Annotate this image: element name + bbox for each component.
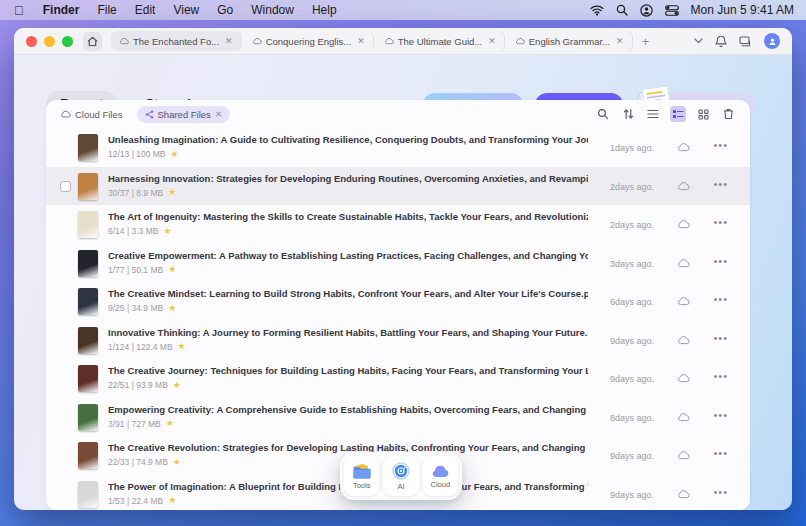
close-tab-icon[interactable]: ✕ [357, 36, 365, 46]
star-icon[interactable]: ★ [168, 304, 176, 313]
more-options-button[interactable]: ••• [713, 255, 728, 267]
menu-bar:  FinderFileEditViewGoWindowHelp Mon Jun… [0, 0, 806, 20]
more-options-button[interactable]: ••• [713, 370, 728, 382]
dock-item-ai[interactable]: AI [383, 456, 418, 496]
star-icon[interactable]: ★ [168, 265, 176, 274]
menu-item-edit[interactable]: Edit [126, 3, 165, 17]
trash-icon[interactable] [720, 106, 736, 122]
document-tab-label: Conquering Englis... [266, 36, 352, 47]
wifi-icon[interactable] [590, 5, 604, 16]
cloud-status-icon[interactable] [677, 489, 690, 499]
document-tab[interactable]: The Ultimate Guid... ✕ [376, 31, 505, 51]
close-tab-icon[interactable]: ✕ [488, 36, 496, 46]
chevron-down-icon[interactable] [694, 38, 703, 44]
window-controls [26, 36, 73, 47]
row-checkbox[interactable] [60, 181, 71, 192]
bell-icon[interactable] [715, 35, 727, 48]
device-icon[interactable] [739, 36, 752, 47]
file-thumbnail [78, 134, 98, 161]
dock-item-cloud[interactable]: Cloud [423, 456, 458, 496]
document-tab[interactable]: English Grammar... ✕ [507, 31, 633, 51]
user-avatar[interactable] [764, 33, 780, 49]
more-options-button[interactable]: ••• [713, 332, 728, 344]
more-options-button[interactable]: ••• [713, 139, 728, 151]
close-tab-icon[interactable]: ✕ [616, 36, 624, 46]
file-meta: 6/14 | 3.3 MB [108, 226, 158, 236]
remove-filter-icon[interactable]: ✕ [215, 109, 222, 119]
file-title: The Creative Revolution: Strategies for … [108, 442, 588, 453]
file-row[interactable]: Innovative Thinking: A Journey to Formin… [46, 321, 750, 360]
menu-item-help[interactable]: Help [303, 3, 346, 17]
zoom-window-button[interactable] [62, 36, 73, 47]
file-title: Empowering Creativity: A Comprehensive G… [108, 404, 588, 415]
file-title: The Creative Journey: Techniques for Bui… [108, 365, 588, 376]
cloud-status-icon[interactable] [677, 219, 690, 229]
menu-bar-clock[interactable]: Mon Jun 5 9:41 AM [691, 3, 794, 17]
breadcrumb-label: Cloud Files [75, 109, 123, 120]
share-icon [145, 110, 154, 119]
file-date: 1days ago. [564, 143, 654, 153]
cloud-status-icon[interactable] [677, 373, 690, 383]
sort-icon[interactable] [620, 106, 636, 122]
cloud-status-icon[interactable] [677, 142, 690, 152]
file-date: 6days ago. [564, 297, 654, 307]
menu-item-file[interactable]: File [88, 3, 125, 17]
more-options-button[interactable]: ••• [713, 447, 728, 459]
filter-chip-shared-files[interactable]: Shared Files ✕ [137, 106, 230, 123]
document-tab[interactable]: Conquering Englis... ✕ [244, 31, 374, 51]
star-icon[interactable]: ★ [178, 342, 186, 351]
star-icon[interactable]: ★ [173, 381, 181, 390]
cloud-status-icon[interactable] [677, 258, 690, 268]
cloud-status-icon[interactable] [677, 296, 690, 306]
more-options-button[interactable]: ••• [713, 486, 728, 498]
cloud-status-icon[interactable] [677, 450, 690, 460]
more-options-button[interactable]: ••• [713, 178, 728, 190]
file-row[interactable]: Harnessing Innovation: Strategies for De… [46, 167, 750, 206]
file-row[interactable]: Unleashing Imagination: A Guide to Culti… [46, 128, 750, 167]
grid-view-icon[interactable] [695, 106, 711, 122]
star-icon[interactable]: ★ [173, 458, 181, 467]
cloud-status-icon[interactable] [677, 335, 690, 345]
file-row[interactable]: Empowering Creativity: A Comprehensive G… [46, 398, 750, 437]
search-icon[interactable] [595, 106, 611, 122]
file-row[interactable]: Creative Empowerment: A Pathway to Estab… [46, 244, 750, 283]
star-icon[interactable]: ★ [163, 227, 171, 236]
menu-item-go[interactable]: Go [208, 3, 242, 17]
star-icon[interactable]: ★ [168, 496, 176, 505]
file-thumbnail [78, 442, 98, 469]
file-row[interactable]: The Art of Ingenuity: Mastering the Skil… [46, 205, 750, 244]
list-view-icon[interactable] [645, 106, 661, 122]
menu-item-view[interactable]: View [164, 3, 208, 17]
more-options-button[interactable]: ••• [713, 409, 728, 421]
cloud-icon [430, 464, 450, 478]
home-button[interactable] [83, 32, 102, 51]
file-row[interactable]: The Creative Journey: Techniques for Bui… [46, 359, 750, 398]
ai-icon [392, 462, 410, 480]
close-window-button[interactable] [26, 36, 37, 47]
more-options-button[interactable]: ••• [713, 216, 728, 228]
user-icon[interactable] [640, 4, 653, 17]
minimize-window-button[interactable] [44, 36, 55, 47]
star-icon[interactable]: ★ [166, 419, 174, 428]
file-meta: 12/13 | 100 MB [108, 149, 166, 159]
apple-menu-icon[interactable]:  [14, 3, 24, 18]
dock-item-tools[interactable]: Tools [344, 456, 379, 496]
more-options-button[interactable]: ••• [713, 293, 728, 305]
tools-folder-icon [352, 463, 372, 479]
cloud-status-icon[interactable] [677, 181, 690, 191]
menu-item-window[interactable]: Window [242, 3, 303, 17]
search-icon[interactable] [616, 4, 628, 16]
document-tab[interactable]: The Enchanted Fo... ✕ [111, 31, 242, 51]
file-thumbnail [78, 365, 98, 392]
detail-list-view-icon[interactable] [670, 106, 686, 122]
file-meta: 1/53 | 22.4 MB [108, 496, 163, 506]
new-tab-button[interactable]: + [634, 34, 658, 49]
breadcrumb-cloud-files[interactable]: Cloud Files [60, 109, 123, 120]
file-row[interactable]: The Creative Mindset: Learning to Build … [46, 282, 750, 321]
control-center-icon[interactable] [665, 5, 679, 16]
star-icon[interactable]: ★ [168, 188, 176, 197]
star-icon[interactable]: ★ [171, 150, 179, 159]
close-tab-icon[interactable]: ✕ [225, 36, 233, 46]
menu-item-finder[interactable]: Finder [34, 3, 89, 17]
cloud-status-icon[interactable] [677, 412, 690, 422]
